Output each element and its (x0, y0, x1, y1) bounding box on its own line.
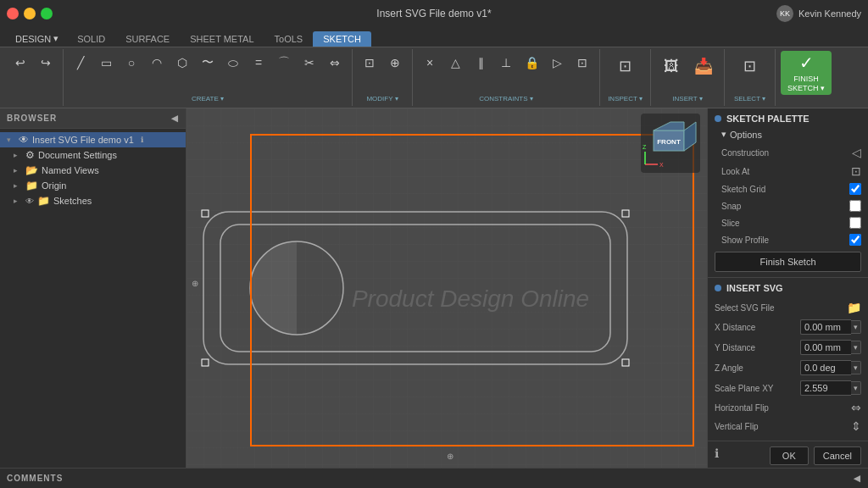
slot-button[interactable]: = (247, 51, 270, 75)
polygon-button[interactable]: ⬡ (170, 51, 194, 75)
trim-button[interactable]: ✂ (298, 51, 321, 75)
tree-item-origin[interactable]: ▸ 📁 Origin (0, 178, 186, 193)
lock-button[interactable]: 🔒 (520, 51, 543, 75)
undo-button[interactable]: ↩ (8, 51, 32, 75)
y-distance-input[interactable] (800, 340, 851, 355)
fillet-button[interactable]: ⌒ (272, 51, 296, 75)
lookat-label: Look At (721, 167, 749, 176)
z-angle-input[interactable] (800, 360, 851, 375)
tree-icon-root: 👁 (19, 134, 29, 146)
tree-item-root[interactable]: ▾ 👁 Insert SVG File demo v1 ℹ (0, 132, 186, 147)
lookat-icon-btn[interactable]: ⊡ (851, 164, 861, 178)
ribbon-group-finish: ✓ FINISH SKETCH ▾ (776, 49, 837, 106)
redo-button[interactable]: ↪ (34, 51, 58, 75)
create-label: CREATE ▾ (192, 94, 224, 104)
mirror-button[interactable]: ⇔ (323, 51, 347, 75)
offset-button[interactable]: ⊡ (358, 51, 381, 75)
ellipse-button[interactable]: ⬭ (221, 51, 245, 75)
ribbon-group-insert: 🖼 📥 INSERT ▾ (651, 49, 725, 106)
comments-bar: COMMENTS ◀ (0, 468, 868, 488)
eye-icon: 👁 (25, 197, 34, 206)
viewport[interactable]: Product Design Online ⊕ ⊕ FRONT (186, 108, 707, 468)
sketch-options: ▾ Options Construction ◁ Look At ⊡ Sketc… (721, 129, 861, 248)
maximize-button[interactable] (41, 8, 53, 19)
arc-button[interactable]: ◠ (145, 51, 169, 75)
inspect-label: INSPECT ▾ (608, 94, 643, 104)
comments-expand-icon[interactable]: ◀ (854, 474, 861, 483)
z-angle-dropdown[interactable]: ▾ (851, 361, 861, 374)
select-svg-row: Select SVG File 📁 (715, 298, 861, 317)
x-distance-input[interactable] (800, 319, 851, 335)
slice-checkbox[interactable] (849, 217, 861, 229)
ribbon-group-inspect: ⊡ INSPECT ▾ (600, 49, 651, 106)
insert-label: INSERT ▾ (672, 94, 702, 104)
tab-sketch[interactable]: SKETCH (313, 31, 371, 47)
tree-item-sketches[interactable]: ▸ 👁 📁 Sketches (0, 193, 186, 208)
browser-header: BROWSER ◀ (0, 108, 186, 129)
insert-svg-button[interactable]: 📥 (688, 51, 719, 81)
ok-cancel-row: ℹ OK Cancel (708, 441, 868, 468)
ribbon-toolbar: ↩ ↪ ╱ ▭ ○ ◠ ⬡ 〜 ⬭ = ⌒ ✂ ⇔ CREATE ▾ ⊡ ⊕ M… (0, 47, 868, 108)
sketch-palette-dot (715, 115, 721, 122)
finish-sketch-label: FINISH SKETCH ▾ (781, 75, 832, 93)
spline-button[interactable]: 〜 (196, 51, 220, 75)
window-controls[interactable] (7, 8, 53, 19)
insert-image-button[interactable]: 🖼 (656, 51, 687, 81)
cancel-button[interactable]: Cancel (814, 446, 861, 465)
tree-item-docsettings[interactable]: ▸ ⚙ Document Settings (0, 147, 186, 163)
v-flip-btn[interactable]: ⇕ (851, 419, 861, 433)
scale-xy-dropdown[interactable]: ▾ (851, 381, 861, 395)
design-arrow-icon: ▾ (53, 33, 58, 44)
scale-xy-input[interactable] (800, 380, 851, 396)
select-label: SELECT ▾ (734, 94, 765, 104)
y-distance-label: Y Distance (715, 343, 755, 352)
scale-xy-input-group: ▾ (800, 380, 861, 396)
project-button[interactable]: ⊕ (383, 51, 407, 75)
tree-item-namedviews[interactable]: ▸ 📂 Named Views (0, 163, 186, 178)
finish-sketch-palette-btn[interactable]: Finish Sketch (715, 252, 861, 272)
option-construction: Construction ◁ (721, 143, 861, 162)
tab-surface[interactable]: SURFACE (115, 31, 180, 47)
measure-button[interactable]: ⊡ (610, 51, 641, 81)
svg-rect-4 (202, 359, 209, 366)
tab-tools[interactable]: ToOLS (264, 31, 314, 47)
minimize-button[interactable] (24, 8, 36, 19)
y-distance-dropdown[interactable]: ▾ (851, 341, 861, 354)
rect-button[interactable]: ▭ (94, 51, 118, 75)
construction-icon-btn[interactable]: ◁ (852, 146, 861, 159)
sketchgrid-label: Sketch Grid (721, 185, 765, 194)
ribbon-group-select: ⊡ SELECT ▾ (725, 49, 776, 106)
options-header[interactable]: ▾ Options (721, 129, 861, 140)
coincident-button[interactable]: × (418, 51, 442, 75)
finish-sketch-button[interactable]: ✓ FINISH SKETCH ▾ (781, 51, 832, 95)
username: Kevin Kennedy (798, 8, 861, 19)
perpendicular-button[interactable]: ⊥ (494, 51, 518, 75)
snap-checkbox[interactable] (849, 200, 861, 212)
h-flip-btn[interactable]: ⇔ (851, 401, 861, 414)
select-button[interactable]: ⊡ (735, 51, 765, 81)
line-button[interactable]: ╱ (69, 51, 92, 75)
ok-button[interactable]: OK (770, 446, 809, 465)
collinear-button[interactable]: △ (443, 51, 467, 75)
cube-widget[interactable]: FRONT X Z (641, 114, 700, 173)
v-flip-row: Vertical Flip ⇕ (715, 417, 861, 435)
close-button[interactable] (7, 8, 19, 19)
comments-label: COMMENTS (7, 474, 63, 483)
ribbon-group-constraints: × △ ∥ ⊥ 🔒 ▷ ⊡ CONSTRAINTS ▾ (413, 49, 600, 106)
showprofile-checkbox[interactable] (849, 234, 861, 246)
sketchgrid-checkbox[interactable] (849, 183, 861, 195)
tab-solid[interactable]: SOLID (67, 31, 115, 47)
horizontal-button[interactable]: ▷ (545, 51, 569, 75)
tangent-button[interactable]: ⊡ (570, 51, 594, 75)
parallel-button[interactable]: ∥ (469, 51, 492, 75)
x-distance-dropdown[interactable]: ▾ (851, 320, 861, 334)
browser-expand-icon[interactable]: ◀ (171, 114, 179, 123)
design-dropdown[interactable]: DESIGN ▾ (7, 30, 67, 47)
y-distance-row: Y Distance ▾ (715, 337, 861, 358)
z-angle-label: Z Angle (715, 363, 743, 373)
sketch-palette-title: SKETCH PALETTE (726, 114, 810, 124)
circle-button[interactable]: ○ (120, 51, 143, 75)
scale-xy-label: Scale Plane XY (715, 384, 774, 393)
tab-sheetmetal[interactable]: SHEET METAL (180, 31, 264, 47)
select-svg-file-btn[interactable]: 📁 (847, 301, 861, 314)
